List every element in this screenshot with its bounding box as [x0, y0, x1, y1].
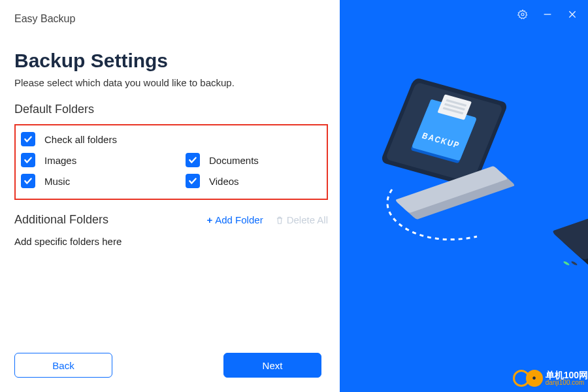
page-subtitle: Please select which data you would like … — [14, 77, 328, 88]
default-folders-grid: Check all folders Images Documents — [21, 132, 321, 195]
app-title: Easy Backup — [14, 13, 328, 25]
folder-row-check-all: Check all folders — [21, 132, 321, 146]
watermark-logo-icon: + • — [513, 370, 543, 387]
checkbox-documents[interactable] — [186, 153, 200, 167]
default-folders-label: Default Folders — [14, 103, 328, 116]
nav-buttons: Back Next — [14, 353, 328, 378]
settings-button[interactable] — [517, 9, 528, 20]
checkbox-label-images[interactable]: Images — [44, 155, 76, 166]
check-icon — [188, 155, 197, 165]
folder-row-documents: Documents — [171, 153, 321, 167]
cable-illustration — [379, 184, 523, 263]
watermark-url: danji100.com — [546, 380, 588, 386]
backup-folder-icon: BACKUP — [412, 105, 477, 161]
next-button[interactable]: Next — [223, 353, 321, 378]
checkbox-videos[interactable] — [186, 174, 200, 188]
additional-folders-label: Additional Folders — [14, 213, 108, 227]
watermark-cn: 单机100网 — [546, 370, 588, 380]
checkbox-label-videos[interactable]: Videos — [209, 176, 239, 187]
add-folder-label: Add Folder — [215, 214, 263, 225]
window-controls — [517, 9, 578, 20]
folder-row-videos: Videos — [171, 174, 321, 188]
watermark: + • 单机100网 danji100.com — [513, 370, 588, 387]
drive-led-icon — [563, 261, 571, 265]
left-pane: Easy Backup Backup Settings Please selec… — [0, 0, 340, 392]
minimize-icon — [542, 9, 553, 20]
check-icon — [188, 176, 197, 186]
folder-row-music: Music — [21, 174, 171, 188]
back-button[interactable]: Back — [14, 353, 112, 378]
folder-label: BACKUP — [415, 129, 466, 152]
checkbox-music[interactable] — [21, 174, 35, 188]
folder-row-images: Images — [21, 153, 171, 167]
page-title: Backup Settings — [14, 50, 328, 72]
app-window: Easy Backup Backup Settings Please selec… — [0, 0, 588, 392]
watermark-text: 单机100网 danji100.com — [546, 370, 588, 386]
back-button-label: Back — [52, 360, 74, 371]
backup-illustration: BACKUP — [353, 71, 575, 306]
checkbox-label-check-all[interactable]: Check all folders — [44, 134, 117, 145]
check-icon — [24, 155, 33, 165]
check-icon — [24, 135, 33, 144]
additional-actions: + Add Folder Delete All — [206, 214, 328, 225]
watermark-circle-plus: + — [513, 370, 530, 387]
gear-icon — [517, 9, 528, 20]
add-folder-button[interactable]: + Add Folder — [206, 214, 263, 225]
additional-placeholder-text: Add specific folders here — [14, 236, 328, 247]
check-icon — [24, 176, 33, 186]
next-button-label: Next — [263, 360, 283, 371]
plus-icon: + — [206, 214, 212, 225]
drive-body — [551, 210, 588, 260]
close-icon — [567, 9, 578, 20]
cable-path-icon — [379, 184, 523, 263]
trash-icon — [275, 215, 284, 225]
delete-all-button: Delete All — [275, 214, 328, 225]
close-button[interactable] — [567, 9, 578, 20]
checkbox-label-documents[interactable]: Documents — [209, 155, 259, 166]
checkbox-check-all[interactable] — [21, 132, 35, 146]
checkbox-label-music[interactable]: Music — [44, 176, 70, 187]
checkbox-images[interactable] — [21, 153, 35, 167]
svg-point-0 — [521, 13, 524, 16]
flex-spacer — [14, 247, 328, 353]
delete-all-label: Delete All — [287, 214, 328, 225]
minimize-button[interactable] — [542, 9, 553, 20]
additional-folders-header: Additional Folders + Add Folder Delete A… — [14, 213, 328, 227]
default-folders-highlight: Check all folders Images Documents — [14, 124, 328, 200]
right-pane: BACKUP + • 单机 — [340, 0, 588, 392]
paper-icon — [437, 94, 472, 120]
